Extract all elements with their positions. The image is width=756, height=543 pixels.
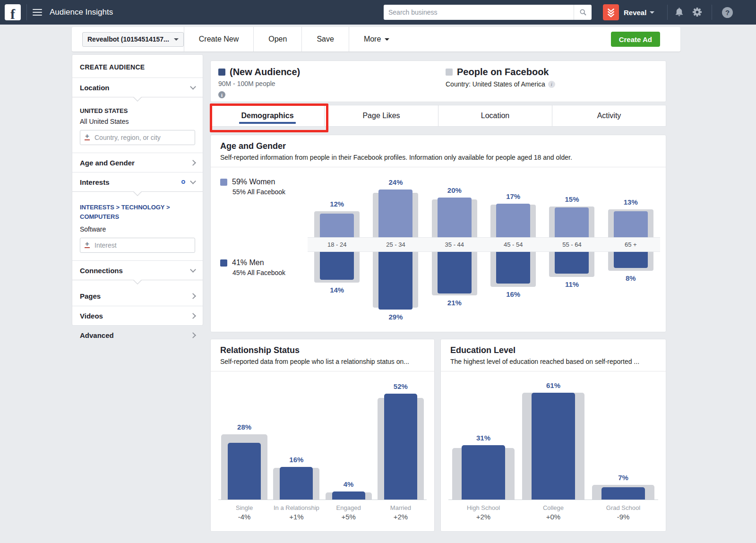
women-bar <box>496 204 530 237</box>
chevron-right-icon <box>190 293 196 299</box>
audience-selector-dropdown[interactable]: Revealbot (10154514157... <box>82 32 184 47</box>
category-label-group: Grad School-9% <box>588 504 658 521</box>
breadcrumb-technology-link[interactable]: TECHNOLOGY <box>121 204 165 211</box>
men-bar-group: 21% <box>425 252 484 330</box>
category-label-group: Married+2% <box>375 504 427 521</box>
men-bar <box>438 252 472 293</box>
women-value-label: 13% <box>601 198 660 206</box>
women-bar-group: 13% <box>601 172 660 237</box>
create-ad-button[interactable]: Create Ad <box>611 32 660 47</box>
create-new-button[interactable]: Create New <box>184 27 253 52</box>
add-interest-icon: + <box>85 241 90 248</box>
tab-page-likes[interactable]: Page Likes <box>324 105 438 126</box>
value-bar <box>228 443 261 500</box>
difference-label: +1% <box>270 513 322 521</box>
chevron-down-icon <box>650 11 654 14</box>
app-title: Audience Insights <box>50 8 113 17</box>
selected-interest: Software <box>80 225 195 233</box>
men-value-label: 29% <box>366 313 425 321</box>
info-icon[interactable]: i <box>548 81 555 88</box>
breadcrumb-computers-link[interactable]: COMPUTERS <box>80 213 119 220</box>
comparison-audience-block: People on Facebook Country: United State… <box>446 67 555 88</box>
interest-input[interactable] <box>80 238 195 253</box>
category-label: Engaged <box>323 504 375 511</box>
category-label: Married <box>375 504 427 511</box>
value-bar <box>532 393 575 500</box>
account-menu[interactable]: Reveal <box>603 4 654 20</box>
category-label: High School <box>448 504 518 511</box>
age-range-label: 18 - 24 <box>308 238 366 251</box>
chevron-right-icon <box>190 332 196 338</box>
value-label: 31% <box>448 434 518 442</box>
sidebar-section-age-gender[interactable]: Age and Gender <box>72 153 203 172</box>
hamburger-menu-icon[interactable] <box>33 9 42 16</box>
facebook-logo[interactable]: f <box>5 4 21 20</box>
save-button[interactable]: Save <box>301 27 348 52</box>
sidebar-section-interests[interactable]: Interests <box>72 172 203 191</box>
women-bar-group: 12% <box>308 172 366 237</box>
top-navbar: f Audience Insights Reveal <box>0 0 756 25</box>
settings-button[interactable] <box>692 7 703 19</box>
men-value-label: 8% <box>601 274 660 282</box>
age-range-label: 35 - 44 <box>425 238 484 251</box>
men-value-label: 16% <box>484 290 542 298</box>
audience-selector-label: Revealbot (10154514157... <box>87 35 169 43</box>
women-legend: 59% Women 55% All Facebook <box>220 178 310 196</box>
age-range-label: 55 - 64 <box>542 238 601 251</box>
women-bar <box>614 211 648 237</box>
category-label: Grad School <box>588 504 658 511</box>
sidebar-section-pages[interactable]: Pages <box>72 286 203 306</box>
men-value-label: 21% <box>425 299 484 307</box>
add-location-icon: + <box>85 133 90 140</box>
women-bar <box>378 190 412 237</box>
audience-size: 90M - 100M people <box>218 80 300 87</box>
chevron-down-icon <box>190 267 196 273</box>
revealbot-logo-icon <box>606 7 616 17</box>
help-button[interactable]: ? <box>722 7 733 18</box>
men-swatch <box>220 259 227 267</box>
sidebar-section-location[interactable]: Location <box>72 78 203 97</box>
women-bar-group: 24% <box>366 172 425 237</box>
education-title: Education Level <box>450 345 656 355</box>
age-gender-chart: 59% Women 55% All Facebook 41% Men 45% A… <box>211 167 666 330</box>
location-label: Location <box>80 84 110 92</box>
women-bar <box>320 214 354 237</box>
tab-activity[interactable]: Activity <box>552 105 666 126</box>
men-legend-label: 41% Men <box>232 259 264 267</box>
education-axis-labels: High School+2%College+0%Grad School-9% <box>448 500 658 521</box>
open-label: Open <box>268 35 287 43</box>
section-notch-divider <box>72 191 203 198</box>
women-value-label: 15% <box>542 195 601 203</box>
women-value-label: 12% <box>308 200 366 208</box>
women-benchmark-label: 55% All Facebook <box>232 188 310 196</box>
new-audience-block: (New Audience) 90M - 100M people i <box>218 67 300 99</box>
tab-location[interactable]: Location <box>438 105 552 126</box>
men-bar <box>496 252 530 284</box>
age-range-label: 65 + <box>601 238 660 251</box>
relationship-title: Relationship Status <box>220 345 425 355</box>
relationship-status-card: Relationship Status Self-reported data f… <box>210 339 435 532</box>
bar-group: 7% <box>588 378 658 500</box>
sidebar-section-advanced[interactable]: Advanced <box>72 325 203 345</box>
men-bar-group: 11% <box>542 252 601 330</box>
pages-label: Pages <box>80 292 101 300</box>
tab-demographics[interactable]: Demographics <box>211 105 324 126</box>
audience-title: (New Audience) <box>230 67 300 78</box>
sidebar-section-connections[interactable]: Connections <box>72 260 203 280</box>
notifications-button[interactable] <box>674 7 685 19</box>
open-button[interactable]: Open <box>253 27 301 52</box>
more-label: More <box>364 35 381 43</box>
age-range-label: 45 - 54 <box>484 238 542 251</box>
navbar-divider <box>712 5 712 20</box>
info-icon[interactable]: i <box>218 91 225 98</box>
search-button[interactable] <box>574 5 592 20</box>
education-level-card: Education Level The highest level of edu… <box>440 339 666 532</box>
sidebar-section-videos[interactable]: Videos <box>72 306 203 325</box>
value-label: 28% <box>218 423 270 431</box>
more-button[interactable]: More <box>349 27 404 52</box>
search-icon <box>579 9 587 16</box>
breadcrumb-interests-link[interactable]: INTERESTS <box>80 204 114 211</box>
location-input[interactable] <box>80 130 195 145</box>
search-input[interactable] <box>384 5 574 20</box>
value-label: 4% <box>323 480 375 488</box>
